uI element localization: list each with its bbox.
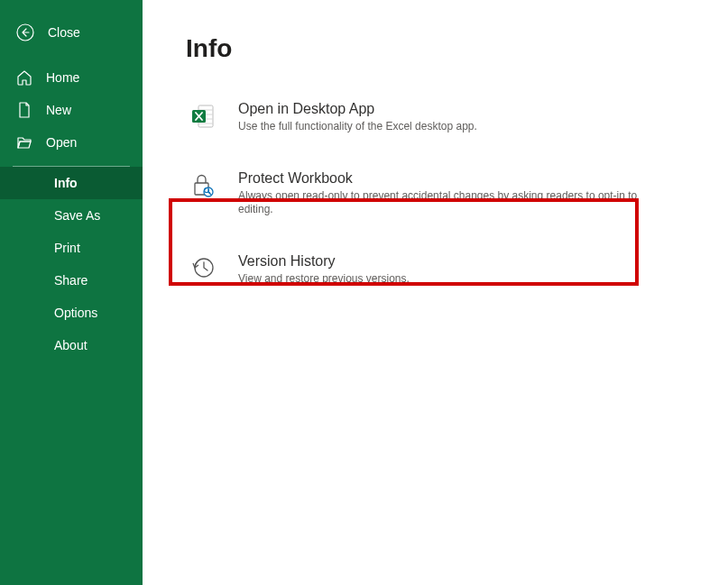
sidebar-options-label: Options — [54, 306, 97, 320]
protect-desc: Always open read-only to prevent acciden… — [238, 189, 662, 217]
sidebar-item-print[interactable]: Print — [0, 232, 143, 264]
sidebar-home-label: Home — [46, 70, 79, 85]
version-title: Version History — [238, 253, 410, 270]
version-desc: View and restore previous versions. — [238, 272, 410, 287]
page-title: Info — [186, 34, 701, 63]
protect-title: Protect Workbook — [238, 170, 662, 187]
sidebar-item-home[interactable]: Home — [0, 61, 143, 94]
sidebar-item-share[interactable]: Share — [0, 264, 143, 297]
sidebar-item-open[interactable]: Open — [0, 126, 143, 159]
sidebar-item-options[interactable]: Options — [0, 297, 143, 329]
history-clock-icon — [188, 253, 218, 287]
excel-app-icon — [188, 101, 218, 134]
new-file-icon — [16, 102, 32, 118]
home-icon — [16, 69, 32, 86]
sidebar-share-label: Share — [54, 273, 88, 288]
sidebar-saveas-label: Save As — [54, 208, 100, 223]
card-version-history[interactable]: Version History View and restore previou… — [186, 241, 701, 299]
open-desktop-desc: Use the full functionality of the Excel … — [238, 120, 477, 134]
main-content: Info Open in Desktop App Use the full fu… — [143, 0, 728, 585]
sidebar-info-label: Info — [54, 176, 78, 190]
close-button[interactable]: Close — [0, 16, 143, 61]
sidebar-open-label: Open — [46, 135, 77, 150]
card-open-desktop[interactable]: Open in Desktop App Use the full functio… — [186, 88, 701, 147]
sidebar-new-label: New — [46, 103, 71, 117]
sidebar-item-info[interactable]: Info — [0, 167, 143, 199]
sidebar-item-about[interactable]: About — [0, 329, 143, 361]
sidebar-about-label: About — [54, 338, 88, 352]
card-protect-workbook[interactable]: Protect Workbook Always open read-only t… — [186, 158, 701, 230]
sidebar: Close Home New Open Info Save As Print S… — [0, 0, 143, 585]
sidebar-item-saveas[interactable]: Save As — [0, 199, 143, 232]
close-label: Close — [48, 25, 80, 40]
sidebar-print-label: Print — [54, 241, 80, 255]
open-folder-icon — [16, 134, 32, 151]
back-arrow-icon — [16, 23, 34, 41]
protect-lock-icon — [188, 170, 218, 217]
sidebar-item-new[interactable]: New — [0, 94, 143, 126]
open-desktop-title: Open in Desktop App — [238, 101, 477, 117]
